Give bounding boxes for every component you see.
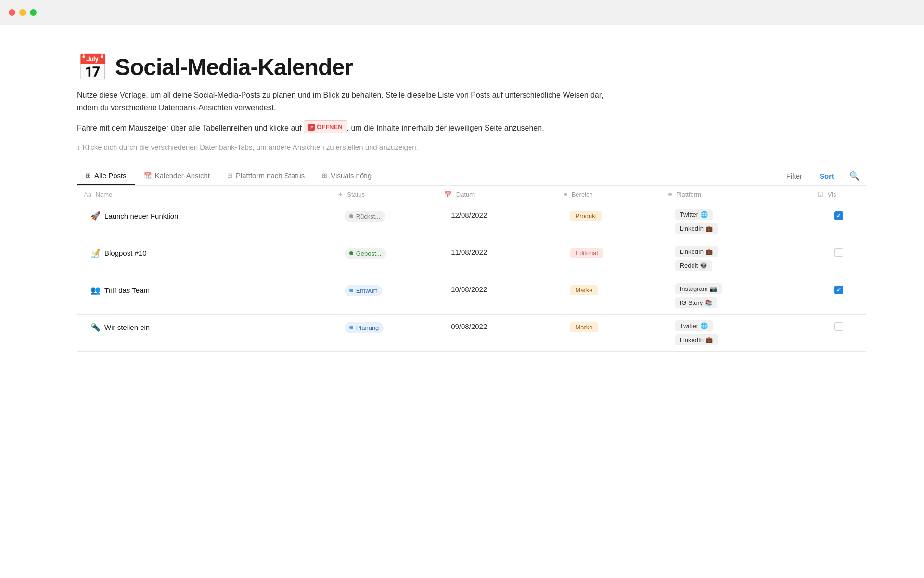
status-dot bbox=[349, 251, 353, 255]
visual-checkbox[interactable] bbox=[834, 248, 843, 257]
page-icon: 📅 bbox=[77, 55, 108, 80]
datum-value: 09/08/2022 bbox=[444, 315, 550, 338]
bereich-cell: Editorial bbox=[557, 240, 661, 277]
col-header-name: Aa Name bbox=[77, 186, 331, 203]
col-bereich-label: Bereich bbox=[572, 191, 593, 198]
name-cell: 🚀Launch neuer Funktion bbox=[77, 203, 331, 240]
datum-cell: 11/08/2022 bbox=[437, 240, 557, 277]
datenbank-ansichten-link[interactable]: Datenbank-Ansichten bbox=[159, 104, 232, 112]
col-header-bereich: ≡ Bereich bbox=[557, 186, 661, 203]
col-plattform-label: Plattform bbox=[676, 191, 701, 198]
status-dot bbox=[349, 289, 353, 292]
visual-cell bbox=[811, 277, 866, 314]
tab-kalender-ansicht[interactable]: 📆 Kalender-Ansicht bbox=[135, 167, 218, 185]
bereich-tag: Marke bbox=[570, 322, 597, 332]
name-cell: 📝Blogpost #10 bbox=[77, 240, 331, 277]
plattform-tag: IG Story 📚 bbox=[675, 297, 717, 308]
tab-alle-posts-icon: ⊞ bbox=[86, 172, 91, 179]
table-row: 🚀Launch neuer FunktionRückst...12/08/202… bbox=[77, 203, 866, 240]
col-vis-label: Vis bbox=[828, 191, 836, 198]
status-badge: Planung bbox=[345, 322, 384, 333]
table-row: 📝Blogpost #10Gepost...11/08/2022Editoria… bbox=[77, 240, 866, 277]
description-text-3: Fahre mit dem Mauszeiger über alle Tabel… bbox=[77, 124, 304, 132]
minimize-button[interactable] bbox=[19, 9, 26, 16]
bereich-cell: Marke bbox=[557, 314, 661, 351]
tab-visuals[interactable]: ⊞ Visuals nötig bbox=[313, 167, 380, 185]
row-name-link[interactable]: Blogpost #10 bbox=[104, 249, 147, 257]
status-cell: Gepost... bbox=[331, 240, 438, 277]
row-name-link[interactable]: Triff das Team bbox=[104, 286, 150, 294]
plattform-tag: LinkedIn 💼 bbox=[675, 246, 718, 257]
status-cell: Entwurf bbox=[331, 277, 438, 314]
open-badge: ↗ÖFFNEN bbox=[304, 120, 346, 133]
visual-checkbox[interactable] bbox=[834, 286, 843, 294]
datum-value: 12/08/2022 bbox=[444, 203, 550, 227]
main-content: 📅 Social-Media-Kalender Nutze diese Vorl… bbox=[0, 25, 924, 371]
plattform-tag: Twitter 🌐 bbox=[675, 320, 713, 331]
plattform-tag: LinkedIn 💼 bbox=[675, 334, 718, 345]
page-title: Social-Media-Kalender bbox=[115, 54, 353, 80]
table-row: 👥Triff das TeamEntwurf10/08/2022MarkeIns… bbox=[77, 277, 866, 314]
name-cell: 🔦Wir stellen ein bbox=[77, 314, 331, 351]
row-emoji: 👥 bbox=[90, 285, 101, 295]
table-row: 🔦Wir stellen einPlanung09/08/2022MarkeTw… bbox=[77, 314, 866, 351]
row-name-link[interactable]: Launch neuer Funktion bbox=[104, 212, 178, 220]
status-dot bbox=[349, 326, 353, 329]
visual-cell bbox=[811, 203, 866, 240]
col-status-icon: ✦ bbox=[338, 191, 343, 198]
col-bereich-icon: ≡ bbox=[564, 191, 567, 198]
tab-kalender-label: Kalender-Ansicht bbox=[155, 171, 210, 180]
tab-visuals-label: Visuals nötig bbox=[331, 171, 372, 180]
status-badge: Entwurf bbox=[345, 285, 382, 296]
visual-cell bbox=[811, 240, 866, 277]
visual-checkbox[interactable] bbox=[834, 322, 843, 331]
col-name-label: Name bbox=[96, 191, 113, 198]
row-emoji: 🚀 bbox=[90, 211, 101, 221]
bereich-tag: Editorial bbox=[570, 248, 603, 258]
maximize-button[interactable] bbox=[30, 9, 37, 16]
search-button[interactable]: 🔍 bbox=[847, 169, 861, 183]
plattform-cell: Twitter 🌐LinkedIn 💼 bbox=[662, 203, 811, 240]
hint-text: ↓ Klicke dich durch die verschiedenen Da… bbox=[77, 143, 866, 151]
tab-plattform-status[interactable]: ⊞ Plattform nach Status bbox=[218, 167, 313, 185]
datum-value: 10/08/2022 bbox=[444, 277, 550, 301]
visual-cell bbox=[811, 314, 866, 351]
tab-alle-posts-label: Alle Posts bbox=[94, 171, 127, 180]
tab-plattform-label: Plattform nach Status bbox=[236, 171, 305, 180]
plattform-cell: Twitter 🌐LinkedIn 💼 bbox=[662, 314, 811, 351]
plattform-cell: LinkedIn 💼Reddit 👽 bbox=[662, 240, 811, 277]
name-cell: 👥Triff das Team bbox=[77, 277, 331, 314]
plattform-tag: LinkedIn 💼 bbox=[675, 223, 718, 234]
col-header-plattform: ≡ Plattform bbox=[662, 186, 811, 203]
row-emoji: 📝 bbox=[90, 248, 101, 258]
bereich-tag: Marke bbox=[570, 285, 597, 295]
status-cell: Planung bbox=[331, 314, 438, 351]
col-header-visuals: ☑ Vis bbox=[811, 186, 866, 203]
table-header-row: Aa Name ✦ Status 📅 Datum ≡ Bereich bbox=[77, 186, 866, 203]
description-text-4: , um die Inhalte innerhalb der jeweilige… bbox=[347, 124, 544, 132]
page-description: Nutze diese Vorlage, um all deine Social… bbox=[77, 89, 606, 134]
visual-checkbox[interactable] bbox=[834, 211, 843, 220]
tab-alle-posts[interactable]: ⊞ Alle Posts bbox=[77, 167, 135, 185]
tab-kalender-icon: 📆 bbox=[144, 172, 152, 179]
plattform-tag: Twitter 🌐 bbox=[675, 209, 713, 220]
col-plattform-icon: ≡ bbox=[668, 191, 672, 198]
row-name-link[interactable]: Wir stellen ein bbox=[104, 323, 150, 331]
plattform-tag: Instagram 📷 bbox=[675, 283, 722, 294]
table-wrapper: Aa Name ✦ Status 📅 Datum ≡ Bereich bbox=[77, 186, 866, 352]
status-badge: Rückst... bbox=[345, 211, 385, 222]
tab-visuals-icon: ⊞ bbox=[322, 172, 327, 179]
col-vis-icon: ☑ bbox=[818, 191, 823, 198]
datum-cell: 10/08/2022 bbox=[437, 277, 557, 314]
sort-button[interactable]: Sort bbox=[816, 170, 838, 182]
filter-button[interactable]: Filter bbox=[783, 170, 806, 182]
posts-table: Aa Name ✦ Status 📅 Datum ≡ Bereich bbox=[77, 186, 866, 352]
tab-plattform-icon: ⊞ bbox=[227, 172, 232, 179]
col-header-datum: 📅 Datum bbox=[437, 186, 557, 203]
status-cell: Rückst... bbox=[331, 203, 438, 240]
close-button[interactable] bbox=[9, 9, 15, 16]
tabs-actions: Filter Sort 🔍 bbox=[783, 169, 866, 183]
datum-cell: 12/08/2022 bbox=[437, 203, 557, 240]
col-header-status: ✦ Status bbox=[331, 186, 438, 203]
description-text-2: verwendest. bbox=[232, 104, 276, 112]
